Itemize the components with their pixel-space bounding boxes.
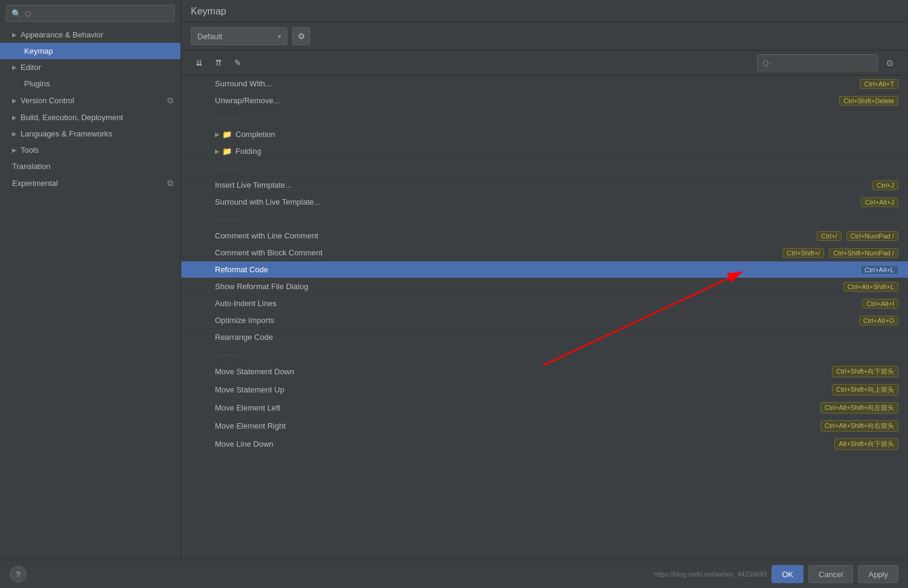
table-row[interactable]: ▶ 📁 Completion [181,126,908,143]
separator-label: ------------ [215,165,898,172]
folder-icon: 📁 [222,130,232,139]
sidebar-item-build[interactable]: ▶ Build, Execution, Deployment [0,109,181,126]
action-name: Folding [235,147,898,156]
expand-all-button[interactable]: ⇊ [191,54,208,71]
shortcut-badge: Ctrl+Alt+Shift+L [843,282,898,292]
table-row[interactable]: Comment with Line Comment Ctrl+/ Ctrl+Nu… [181,228,908,244]
table-row[interactable]: Move Statement Down Ctrl+Shift+向下箭头 [181,363,908,381]
shortcut-badge: Ctrl+Alt+J [861,197,898,207]
shortcut-badge: Ctrl+Shift+NumPad / [829,248,898,258]
shortcut-badge: Ctrl+Alt+Shift+向左箭头 [820,402,898,414]
action-name: Completion [235,130,898,139]
copy-icon: ⧉ [167,95,173,106]
shortcuts-area: Ctrl+Alt+O [857,316,898,325]
table-row[interactable]: Comment with Block Comment Ctrl+Shift+/ … [181,244,908,261]
action-name: Optimize Imports [215,316,857,325]
keymap-dropdown-wrapper[interactable]: Default ▼ [191,27,287,45]
panel-title: Keymap [191,6,226,16]
search-toolbar: ⊙ [757,54,898,71]
gear-button[interactable]: ⚙ [292,27,310,45]
sidebar-item-tools[interactable]: ▶ Tools [0,142,181,158]
table-row[interactable]: Move Line Down Alt+Shift+向下箭头 [181,435,908,453]
sidebar-item-label: Keymap [24,46,53,56]
sidebar-item-label: Plugins [24,79,50,88]
shortcut-badge: Alt+Shift+向下箭头 [834,438,898,450]
separator-label: ------------ [215,351,898,358]
shortcuts-area: Ctrl+J [870,181,898,190]
table-row[interactable]: Surround with Live Template... Ctrl+Alt+… [181,194,908,211]
shortcut-badge: Ctrl+J [872,181,898,190]
table-row: ------------ [181,160,908,177]
help-button[interactable]: ? [10,566,27,583]
sidebar-item-translation[interactable]: Translation [0,158,181,174]
keymap-search-input[interactable] [757,54,878,71]
sidebar-item-editor[interactable]: ▶ Editor [0,59,181,75]
edit-button[interactable]: ✎ [229,54,246,71]
table-row[interactable]: Surround With... Ctrl+Alt+T [181,75,908,92]
shortcut-badge: Ctrl+Alt+L [860,265,898,275]
table-row[interactable]: Auto-Indent Lines Ctrl+Alt+I [181,295,908,312]
shortcut-badge: Ctrl+Shift+Delete [839,96,898,106]
table-row[interactable]: Rearrange Code [181,329,908,346]
shortcuts-area: Ctrl+Shift+向下箭头 [830,366,898,377]
expand-arrow-icon: ▶ [12,64,17,71]
sidebar: 🔍 ▶ Appearance & Behavior Keymap ▶ Edito… [0,0,181,560]
action-name: Move Element Right [215,421,818,430]
sidebar-item-experimental[interactable]: Experimental ⧉ [0,174,181,192]
table-row[interactable]: Unwrap/Remove... Ctrl+Shift+Delete [181,92,908,109]
action-name: Reformat Code [215,265,858,274]
expand-arrow-icon: ▶ [12,114,17,121]
separator-label: ------------ [215,216,898,223]
keymap-dropdown[interactable]: Default [191,27,287,45]
separator-label: ------------ [215,114,898,121]
cancel-button[interactable]: Cancel [808,565,853,583]
url-hint: https://blog.csdn.net/weixin_44230693 [654,570,767,578]
table-row[interactable]: Move Statement Up Ctrl+Shift+向上箭头 [181,381,908,399]
table-row[interactable]: Show Reformat File Dialog Ctrl+Alt+Shift… [181,278,908,295]
shortcut-badge: Ctrl+Alt+Shift+向右箭头 [820,420,898,432]
table-row[interactable]: Insert Live Template... Ctrl+J [181,177,908,194]
sidebar-item-plugins[interactable]: Plugins [0,75,181,92]
sidebar-search-input[interactable] [25,9,169,18]
sidebar-item-label: Translation [12,162,51,171]
table-row[interactable]: ▶ 📁 Folding [181,143,908,160]
expand-arrow-icon: ▶ [12,97,17,104]
table-row: ------------ [181,211,908,228]
table-row[interactable]: Reformat Code Ctrl+Alt+L [181,261,908,278]
shortcuts-area: Ctrl+Alt+I [860,299,898,308]
sidebar-item-label: Appearance & Behavior [21,30,103,39]
sidebar-item-label: Tools [21,145,39,155]
sidebar-item-label: Experimental [12,179,58,188]
action-name: Comment with Block Comment [215,248,780,257]
find-icon: ⊙ [886,58,894,68]
table-row[interactable]: Move Element Left Ctrl+Alt+Shift+向左箭头 [181,399,908,417]
sidebar-item-languages[interactable]: ▶ Languages & Frameworks [0,126,181,142]
expand-arrow-icon: ▶ [12,130,17,137]
sidebar-item-label: Languages & Frameworks [21,129,112,138]
sidebar-search-container[interactable]: 🔍 [6,5,174,22]
shortcuts-area: Ctrl+Shift+Delete [837,96,898,106]
shortcuts-area: Ctrl+Alt+Shift+L [841,282,898,292]
find-in-list-button[interactable]: ⊙ [881,54,898,71]
shortcuts-area: Ctrl+Alt+J [858,197,898,207]
action-name: Surround with Live Template... [215,197,858,206]
sidebar-item-label: Editor [21,63,41,72]
bottom-bar: ? https://blog.csdn.net/weixin_44230693 … [0,560,908,588]
table-row[interactable]: Optimize Imports Ctrl+Alt+O [181,312,908,329]
action-name: Move Element Left [215,403,818,412]
collapse-all-button[interactable]: ⇈ [210,54,227,71]
shortcut-badge: Ctrl+Shift+向上箭头 [832,384,898,395]
table-row[interactable]: Move Element Right Ctrl+Alt+Shift+向右箭头 [181,417,908,435]
action-name: Insert Live Template... [215,181,870,190]
shortcuts-area: Ctrl+Alt+Shift+向右箭头 [818,420,898,432]
sidebar-item-label: Build, Execution, Deployment [21,113,123,122]
table-row: ------------ [181,109,908,126]
apply-button[interactable]: Apply [858,565,898,583]
right-panel: Keymap Default ▼ ⚙ ⇊ ⇈ [181,0,908,560]
sidebar-item-version-control[interactable]: ▶ Version Control ⧉ [0,92,181,109]
ok-button[interactable]: OK [772,565,804,583]
sidebar-item-keymap[interactable]: Keymap [0,43,181,59]
shortcut-badge: Ctrl+Shift+/ [782,248,824,258]
sidebar-item-appearance[interactable]: ▶ Appearance & Behavior [0,27,181,43]
edit-icon: ✎ [234,58,241,68]
